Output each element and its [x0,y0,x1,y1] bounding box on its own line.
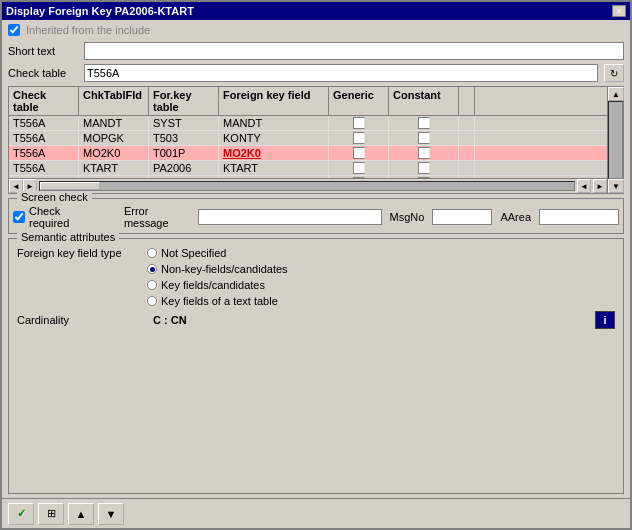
screen-check-section: Screen check Check required Error messag… [8,198,624,234]
cell-constant [389,116,459,130]
constant-checkbox[interactable] [418,147,430,159]
radio-key-text-table[interactable]: Key fields of a text table [147,295,615,307]
cell-end [459,116,475,130]
cell-generic [329,161,389,175]
up-icon: ▲ [76,508,87,520]
check-required-label: Check required [29,205,96,229]
up-button[interactable]: ▲ [68,503,94,525]
short-text-label: Short text [8,45,78,57]
down-button[interactable]: ▼ [98,503,124,525]
radio-key-fields-label: Key fields/candidates [161,279,265,291]
close-button[interactable]: ✕ [612,5,626,17]
hscroll-thumb[interactable] [40,182,100,190]
table-header: Check table ChkTablFld For.key table For… [9,87,607,116]
cell-chk-fld: MO2K0 [79,146,149,160]
fk-table-wrapper: Check table ChkTablFld For.key table For… [8,86,624,194]
col-check-table: Check table [9,87,79,115]
semantic-content: Foreign key field type Not Specified Non… [17,247,615,307]
confirm-icon: ✓ [17,507,26,520]
screen-check-content: Check required Error message MsgNo AArea [13,205,619,229]
info-button[interactable]: i [595,311,615,329]
hscroll-track[interactable] [39,181,575,191]
msgno-label: MsgNo [390,211,425,223]
table-body: T556A MANDT SYST MANDT T556A MOPGK T503 … [9,116,607,178]
scroll-far-right-button[interactable]: ► [593,179,607,193]
refresh-button[interactable]: ↻ [604,64,624,82]
radio-not-specified-label: Not Specified [161,247,226,259]
short-text-input[interactable] [84,42,624,60]
short-text-row: Short text [8,42,624,60]
main-window: Display Foreign Key PA2006-KTART ✕ Inher… [0,0,632,530]
vscroll-track[interactable] [608,101,623,179]
radio-key-fields-btn[interactable] [147,280,157,290]
cell-fk-field: KTART [219,161,329,175]
cell-chk-fld: KTART [79,161,149,175]
cell-generic [329,131,389,145]
table-row[interactable]: T556A MOPGK T503 KONTY [9,131,607,146]
content-area: Inherited from the include Short text Ch… [2,20,630,498]
generic-checkbox[interactable] [353,117,365,129]
table-row[interactable]: T556A MANDT SYST MANDT [9,116,607,131]
cell-fk-field: MO2K0 [219,146,329,160]
cell-check-table: T556A [9,161,79,175]
radio-not-specified-btn[interactable] [147,248,157,258]
semantic-options: Not Specified Non-key-fields/candidates … [147,247,615,307]
scroll-down-button[interactable]: ▼ [608,179,624,193]
radio-key-text-table-label: Key fields of a text table [161,295,278,307]
radio-key-fields[interactable]: Key fields/candidates [147,279,615,291]
generic-checkbox[interactable] [353,132,365,144]
bottom-toolbar: ✓ ⊞ ▲ ▼ [2,498,630,528]
cell-constant [389,131,459,145]
title-bar: Display Foreign Key PA2006-KTART ✕ [2,2,630,20]
aarea-input[interactable] [539,209,619,225]
cell-chk-fld: MOPGK [79,131,149,145]
constant-checkbox[interactable] [418,117,430,129]
radio-non-key-fields[interactable]: Non-key-fields/candidates [147,263,615,275]
cell-for-table: SYST [149,116,219,130]
cell-for-table: T001P [149,146,219,160]
error-message-input[interactable] [198,209,382,225]
constant-checkbox[interactable] [418,132,430,144]
col-for-table: For.key table [149,87,219,115]
radio-key-text-table-btn[interactable] [147,296,157,306]
cell-chk-fld: MANDT [79,116,149,130]
scroll-up-button[interactable]: ▲ [608,87,624,101]
constant-checkbox[interactable] [418,162,430,174]
cell-check-table: T556A [9,131,79,145]
radio-non-key-fields-btn[interactable] [147,264,157,274]
cell-constant [389,161,459,175]
generic-checkbox[interactable] [353,162,365,174]
radio-not-specified[interactable]: Not Specified [147,247,615,259]
col-chk-fld: ChkTablFld [79,87,149,115]
cell-end [459,131,475,145]
inherited-row: Inherited from the include [8,24,624,36]
table-row-selected[interactable]: T556A MO2K0 T001P MO2K0 [9,146,607,161]
table-row[interactable]: T556A KTART PA2006 KTART [9,161,607,176]
generic-checkbox[interactable] [353,147,365,159]
fk-field-type-label: Foreign key field type [17,247,122,259]
cell-for-table: PA2006 [149,161,219,175]
vertical-scrollbar: ▲ ▼ [607,87,623,193]
copy-icon: ⊞ [47,507,56,520]
horizontal-scrollbar: ◄ ► ◄ ► [9,178,607,193]
confirm-button[interactable]: ✓ [8,503,34,525]
cell-constant [389,146,459,160]
msgno-input[interactable] [432,209,492,225]
window-title: Display Foreign Key PA2006-KTART [6,5,194,17]
inherited-checkbox[interactable] [8,24,20,36]
check-required-row: Check required [13,205,96,229]
radio-non-key-fields-label: Non-key-fields/candidates [161,263,288,275]
cell-check-table: T556A [9,116,79,130]
fk-field-type-label-container: Foreign key field type [17,247,147,307]
cell-fk-field: MANDT [219,116,329,130]
check-required-checkbox[interactable] [13,211,25,223]
check-table-input[interactable] [84,64,598,82]
fk-table-main: Check table ChkTablFld For.key table For… [9,87,607,193]
cell-end [459,161,475,175]
cardinality-label: Cardinality [17,314,147,326]
col-fk-field: Foreign key field [219,87,329,115]
scroll-far-left-button[interactable]: ◄ [577,179,591,193]
title-bar-controls: ✕ [612,5,626,17]
copy-button[interactable]: ⊞ [38,503,64,525]
cardinality-row: Cardinality C : CN i [17,311,615,329]
